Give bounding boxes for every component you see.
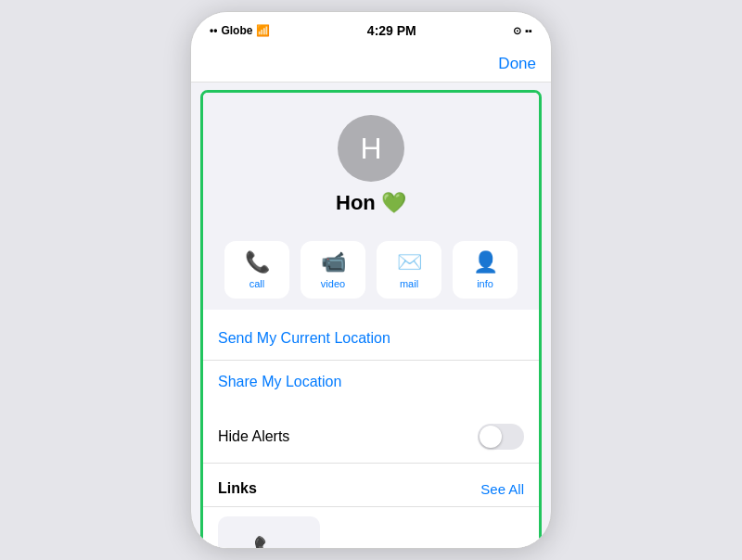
mail-button[interactable]: ✉️ mail <box>377 241 441 299</box>
video-label: video <box>321 278 345 289</box>
links-title: Links <box>218 480 257 497</box>
nav-bar: Done <box>191 45 551 83</box>
thumbnail-phone-icon: 📞 <box>253 535 286 549</box>
done-button[interactable]: Done <box>498 55 536 73</box>
status-carrier: •• Globe 📶 <box>210 24 270 37</box>
mail-icon: ✉️ <box>397 250 422 274</box>
mail-label: mail <box>400 278 418 289</box>
info-icon: 👤 <box>473 250 498 274</box>
status-icons: ⊙ ▪▪ <box>513 25 532 37</box>
signal-dots: •• <box>210 24 217 37</box>
share-my-location-label: Share My Location <box>218 374 341 389</box>
status-time: 4:29 PM <box>367 23 416 38</box>
location-section: Send My Current Location Share My Locati… <box>203 317 539 403</box>
send-current-location-button[interactable]: Send My Current Location <box>203 317 539 361</box>
see-all-button[interactable]: See All <box>480 481 524 497</box>
hide-alerts-label: Hide Alerts <box>218 428 289 445</box>
video-button[interactable]: 📹 video <box>301 241 365 299</box>
call-icon: 📞 <box>245 250 270 274</box>
action-buttons-row: 📞 call 📹 video ✉️ mail 👤 info <box>203 230 539 310</box>
carrier-name: Globe <box>221 24 252 37</box>
contact-emoji: 💚 <box>381 191 406 214</box>
avatar: H <box>338 115 404 182</box>
hide-alerts-toggle[interactable] <box>478 424 524 450</box>
share-my-location-button[interactable]: Share My Location <box>203 361 539 403</box>
hide-alerts-section: Hide Alerts <box>203 411 539 464</box>
contact-name: Hon 💚 <box>336 191 406 215</box>
wifi-icon: 📶 <box>256 24 270 37</box>
link-thumbnail[interactable]: 📞 (0955) 008 7463 <box>218 516 320 549</box>
video-icon: 📹 <box>321 250 346 274</box>
links-section: Links See All 📞 (0955) 008 7463 <box>203 471 539 549</box>
links-header: Links See All <box>203 471 539 507</box>
phone-frame: •• Globe 📶 4:29 PM ⊙ ▪▪ Done H Hon 💚 📞 c… <box>190 11 552 549</box>
call-label: call <box>249 278 265 289</box>
send-current-location-label: Send My Current Location <box>218 330 390 346</box>
call-button[interactable]: 📞 call <box>224 241 289 299</box>
location-icon: ⊙ <box>513 25 521 37</box>
info-button[interactable]: 👤 info <box>453 241 518 299</box>
status-bar: •• Globe 📶 4:29 PM ⊙ ▪▪ <box>191 12 551 45</box>
info-label: info <box>477 278 493 289</box>
contact-header: H Hon 💚 <box>203 93 539 230</box>
main-content-area: H Hon 💚 📞 call 📹 video ✉️ mail 👤 info <box>200 90 542 549</box>
battery-icon: ▪▪ <box>525 25 532 36</box>
